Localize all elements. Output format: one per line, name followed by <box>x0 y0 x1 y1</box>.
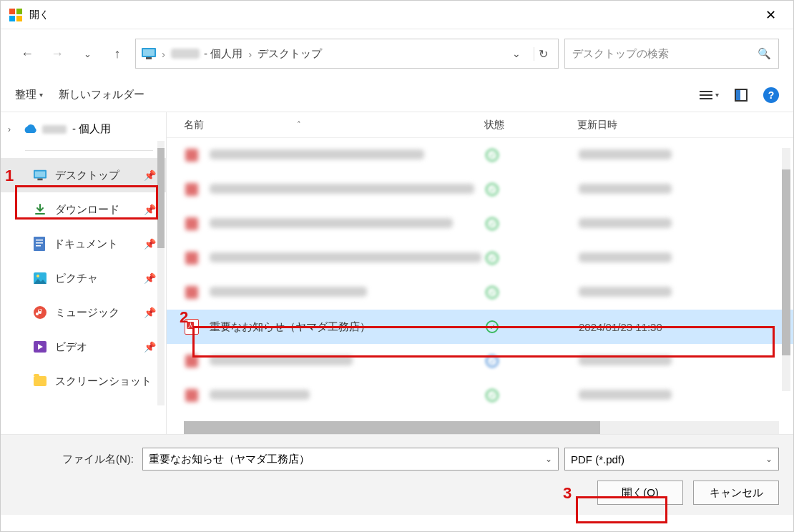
callout-box-2 <box>192 326 775 358</box>
chevron-right-icon: › <box>162 48 165 60</box>
tree-root-onedrive[interactable]: › - 個人用 <box>1 118 166 140</box>
search-placeholder: デスクトップの検索 <box>572 47 758 61</box>
status-synced-icon <box>486 183 499 196</box>
svg-rect-0 <box>9 9 15 14</box>
view-mode-button[interactable]: ▾ <box>700 91 719 99</box>
file-row[interactable] <box>167 378 793 413</box>
callout-number-1: 1 <box>5 167 14 185</box>
address-dropdown[interactable]: ⌄ <box>506 48 526 59</box>
divider <box>25 150 153 151</box>
sidebar-item-videos[interactable]: ビデオ 📌 <box>1 330 166 364</box>
up-button[interactable]: ↑ <box>105 41 129 66</box>
breadcrumb-desktop[interactable]: デスクトップ <box>258 47 322 61</box>
status-synced-icon <box>486 252 499 265</box>
sidebar-item-screenshots[interactable]: スクリーンショット <box>1 364 166 398</box>
user-name-redacted <box>42 125 67 134</box>
picture-icon <box>34 272 46 284</box>
help-icon[interactable]: ? <box>763 87 779 103</box>
svg-rect-6 <box>146 57 152 59</box>
pin-icon: 📌 <box>144 238 156 250</box>
callout-number-3: 3 <box>563 484 572 503</box>
horizontal-scrollbar[interactable] <box>184 421 779 434</box>
svg-rect-8 <box>35 172 45 177</box>
file-row[interactable] <box>167 138 793 172</box>
pin-icon: 📌 <box>144 272 156 284</box>
status-synced-icon <box>486 149 499 162</box>
sidebar-item-music[interactable]: ミュージック 📌 <box>1 295 166 330</box>
video-icon <box>34 341 46 353</box>
svg-rect-9 <box>37 179 42 181</box>
filename-label: ファイル名(N): <box>15 453 137 466</box>
window-title: 開く <box>29 9 756 21</box>
svg-rect-3 <box>16 16 22 21</box>
pin-icon: 📌 <box>144 169 156 181</box>
sidebar: › - 個人用 デスクトップ 📌 ダウンロード 📌 ドキュメント 📌 <box>1 112 167 434</box>
back-button[interactable]: ← <box>15 41 39 66</box>
app-icon <box>9 9 22 21</box>
callout-number-2: 2 <box>180 308 188 327</box>
sort-indicator-icon: ˄ <box>297 120 301 129</box>
svg-rect-5 <box>143 49 155 56</box>
cancel-button[interactable]: キャンセル <box>693 481 779 505</box>
chevron-down-icon[interactable]: ⌄ <box>545 454 552 464</box>
preview-pane-button[interactable] <box>735 89 748 102</box>
address-bar[interactable]: › - 個人用 › デスクトップ ⌄ ↻ <box>135 39 559 69</box>
chevron-right-icon: › <box>248 48 252 60</box>
callout-box-1 <box>15 185 158 220</box>
pin-icon: 📌 <box>144 307 156 318</box>
recent-dropdown[interactable]: ⌄ <box>75 41 99 66</box>
svg-rect-10 <box>34 237 45 251</box>
file-row[interactable] <box>167 241 793 275</box>
filetype-filter[interactable]: PDF (*.pdf) ⌄ <box>564 448 779 471</box>
folder-icon <box>34 376 46 386</box>
status-synced-icon <box>486 286 499 299</box>
column-state[interactable]: 状態 <box>484 119 577 132</box>
caret-down-icon: ▾ <box>715 91 719 99</box>
svg-point-15 <box>36 275 39 277</box>
sidebar-item-documents[interactable]: ドキュメント 📌 <box>1 227 166 261</box>
breadcrumb-personal: - 個人用 <box>204 47 242 61</box>
chevron-down-icon[interactable]: ⌄ <box>765 454 773 464</box>
column-date[interactable]: 更新日時 <box>577 119 793 132</box>
cloud-icon <box>22 124 36 134</box>
svg-rect-11 <box>36 240 43 241</box>
vertical-scrollbar[interactable] <box>782 148 790 391</box>
column-name[interactable]: 名前 <box>184 119 204 132</box>
pin-icon: 📌 <box>144 341 156 353</box>
file-row[interactable] <box>167 275 793 310</box>
svg-rect-12 <box>36 242 43 244</box>
sidebar-item-pictures[interactable]: ピクチャ 📌 <box>1 261 166 295</box>
document-icon <box>34 237 45 251</box>
organize-menu[interactable]: 整理▾ <box>15 88 43 102</box>
filename-input[interactable]: 重要なお知らせ（ヤマダ工務店） ⌄ <box>142 448 559 471</box>
search-input[interactable]: デスクトップの検索 🔍 <box>564 39 779 69</box>
new-folder-button[interactable]: 新しいフォルダー <box>59 88 144 102</box>
caret-down-icon: ▾ <box>39 91 43 99</box>
svg-rect-1 <box>16 9 22 14</box>
svg-rect-2 <box>9 16 15 21</box>
music-icon <box>34 306 46 319</box>
file-row[interactable] <box>167 172 793 207</box>
monitor-icon <box>34 169 46 181</box>
callout-box-3 <box>576 496 667 523</box>
chevron-right-icon[interactable]: › <box>8 124 16 134</box>
search-icon: 🔍 <box>758 47 771 60</box>
close-icon[interactable]: ✕ <box>756 7 785 23</box>
refresh-button[interactable]: ↻ <box>534 47 552 61</box>
status-synced-icon <box>486 389 499 402</box>
file-row[interactable] <box>167 207 793 241</box>
list-view-icon <box>700 91 712 99</box>
status-synced-icon <box>486 217 499 230</box>
monitor-icon <box>142 48 156 59</box>
svg-rect-13 <box>36 245 41 247</box>
sidebar-scrollbar[interactable] <box>157 141 165 405</box>
tree-root-label: - 個人用 <box>72 122 111 136</box>
forward-button[interactable]: → <box>45 41 69 66</box>
user-name-redacted <box>171 49 200 59</box>
